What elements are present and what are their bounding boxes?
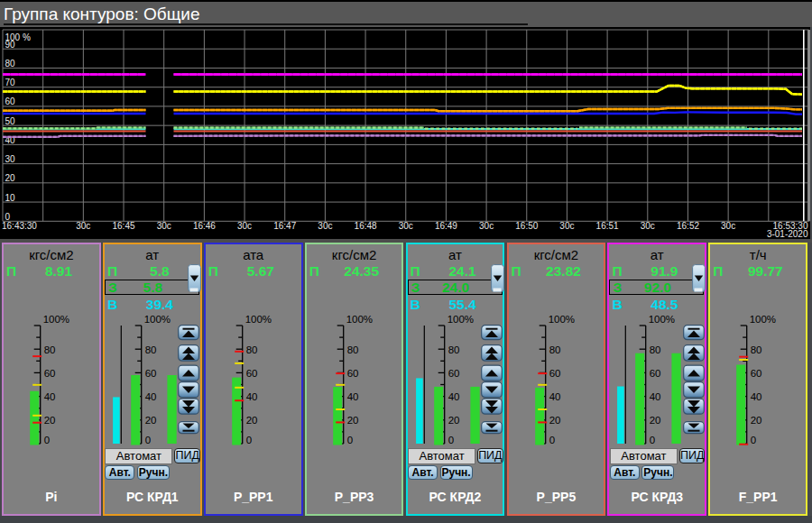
svg-text:20: 20 [145, 415, 157, 426]
svg-text:16:49: 16:49 [435, 221, 457, 231]
svg-text:80: 80 [245, 344, 257, 355]
svg-text:20: 20 [448, 415, 459, 426]
svg-text:0: 0 [751, 435, 756, 445]
svg-text:0: 0 [549, 435, 554, 445]
svg-text:30c: 30c [76, 221, 90, 231]
svg-text:30c: 30c [721, 221, 735, 231]
svg-text:40: 40 [346, 391, 358, 402]
svg-text:0: 0 [245, 435, 251, 445]
svg-text:60: 60 [751, 368, 762, 379]
svg-text:20: 20 [5, 173, 16, 183]
svg-text:100%: 100% [346, 315, 372, 325]
svg-text:100%: 100% [649, 315, 675, 325]
svg-text:60: 60 [549, 368, 560, 379]
svg-text:80: 80 [751, 344, 762, 355]
svg-text:100%: 100% [750, 315, 776, 325]
svg-text:16:52: 16:52 [677, 221, 699, 231]
svg-text:20: 20 [44, 415, 56, 426]
svg-text:20: 20 [346, 415, 358, 426]
svg-text:0: 0 [346, 435, 352, 445]
svg-text:0: 0 [448, 435, 453, 445]
svg-text:30c: 30c [237, 221, 252, 231]
svg-text:16:51: 16:51 [596, 221, 619, 231]
svg-text:30c: 30c [318, 221, 332, 231]
svg-text:40: 40 [751, 391, 762, 402]
svg-text:30: 30 [5, 154, 16, 164]
svg-text:100%: 100% [548, 315, 574, 325]
svg-text:80: 80 [650, 344, 661, 355]
svg-text:80: 80 [145, 344, 157, 355]
svg-text:60: 60 [145, 368, 157, 379]
svg-text:60: 60 [448, 368, 459, 379]
svg-text:0: 0 [650, 435, 655, 445]
svg-text:50: 50 [5, 116, 16, 126]
svg-text:20: 20 [245, 415, 257, 426]
svg-text:16:47: 16:47 [273, 221, 296, 231]
svg-text:60: 60 [346, 368, 358, 379]
svg-text:20: 20 [650, 415, 661, 426]
svg-text:40: 40 [145, 391, 157, 402]
svg-text:40: 40 [448, 391, 459, 402]
svg-text:70: 70 [5, 78, 16, 87]
svg-text:100%: 100% [245, 315, 271, 325]
svg-text:16:45: 16:45 [112, 221, 134, 231]
svg-text:60: 60 [245, 368, 257, 379]
svg-text:30c: 30c [559, 221, 574, 231]
svg-text:16:43:30: 16:43:30 [2, 221, 37, 231]
svg-text:80: 80 [448, 344, 459, 355]
svg-text:60: 60 [44, 368, 56, 379]
svg-text:0: 0 [44, 435, 50, 445]
svg-text:30c: 30c [157, 221, 171, 231]
svg-text:3-01-2020: 3-01-2020 [767, 229, 808, 239]
svg-text:80: 80 [5, 59, 16, 69]
svg-text:20: 20 [751, 415, 762, 426]
svg-text:40: 40 [245, 391, 257, 402]
svg-text:40: 40 [549, 391, 560, 402]
svg-text:30c: 30c [641, 221, 655, 231]
svg-text:100%: 100% [447, 315, 473, 325]
svg-text:40: 40 [44, 391, 56, 402]
svg-text:100%: 100% [144, 315, 171, 325]
svg-text:40: 40 [650, 391, 661, 402]
svg-text:16:48: 16:48 [355, 221, 377, 231]
svg-text:20: 20 [549, 415, 560, 426]
svg-text:90: 90 [5, 40, 16, 50]
svg-text:16:50: 16:50 [515, 221, 538, 231]
svg-text:80: 80 [346, 344, 358, 355]
svg-text:100%: 100% [43, 315, 69, 325]
svg-text:80: 80 [44, 344, 56, 355]
svg-text:30c: 30c [399, 221, 413, 231]
svg-text:60: 60 [650, 368, 661, 379]
svg-text:16:46: 16:46 [193, 221, 216, 231]
svg-text:80: 80 [549, 344, 560, 355]
svg-text:0: 0 [145, 435, 151, 445]
svg-text:30c: 30c [479, 221, 494, 231]
svg-text:10: 10 [5, 193, 16, 203]
svg-text:60: 60 [5, 96, 16, 106]
